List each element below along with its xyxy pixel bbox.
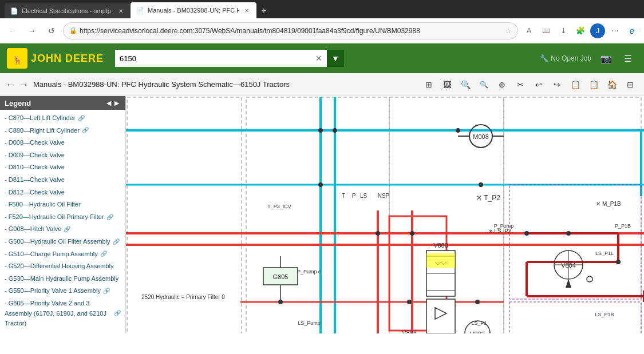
legend-item-C880[interactable]: - C880—Right Lift Cylinder 🔗 — [0, 125, 125, 137]
legend-item-G520-text: - G520—Differential Housing Assembly — [5, 261, 114, 272]
undo-icon[interactable]: ↩ — [531, 77, 547, 93]
svg-point-81 — [410, 231, 414, 236]
address-bar-row: ← → ↺ 🔒 ☆ A 📖 ⤓ 🧩 J ⋯ e — [0, 18, 644, 43]
legend-item-G810[interactable]: - G810—Selective Control Valve Assembly … — [0, 330, 125, 333]
zoom-in-icon[interactable]: 🔍 — [457, 77, 473, 93]
menu-lines-icon[interactable]: ☰ — [619, 49, 637, 67]
tab-1-close[interactable]: ✕ — [117, 7, 125, 15]
legend-list: - C870—Left Lift Cylinder 🔗 - C880—Right… — [0, 110, 125, 333]
home-icon[interactable]: 🏠 — [604, 77, 620, 93]
address-input[interactable] — [80, 27, 505, 35]
back-button[interactable]: ← — [5, 23, 21, 39]
jd-search-clear-button[interactable]: ✕ — [311, 50, 327, 67]
svg-point-86 — [616, 260, 621, 264]
menu-icon[interactable]: ⋯ — [607, 23, 622, 38]
image-icon[interactable]: 🖼 — [439, 77, 455, 93]
wrench-icon: 🔧 — [540, 54, 548, 62]
svg-rect-5 — [504, 97, 641, 333]
svg-point-84 — [524, 231, 529, 236]
translate-icon[interactable]: A — [521, 23, 536, 38]
legend-item-F520-text: - F520—Hydraulic Oil Primary Filter — [5, 212, 104, 222]
legend-item-C880-text: - C880—Right Lift Cylinder — [5, 126, 80, 136]
no-open-job-button[interactable]: 🔧 No Open Job — [540, 54, 591, 62]
jd-logo[interactable]: 🦌 JOHN DEERE — [7, 48, 104, 69]
fit-icon[interactable]: ⊕ — [494, 77, 510, 93]
edge-icon[interactable]: e — [625, 23, 639, 38]
main-content: Legend ◄► - C870—Left Lift Cylinder 🔗 - … — [0, 96, 644, 333]
legend-item-D810[interactable]: - D810—Check Valve — [0, 161, 125, 174]
legend-item-G520[interactable]: - G520—Differential Housing Assembly — [0, 260, 125, 273]
grid-view-icon[interactable]: ⊞ — [421, 77, 437, 93]
legend-item-D812-text: - D812—Check Valve — [5, 188, 65, 198]
read-icon[interactable]: 📖 — [539, 23, 554, 38]
svg-text:2520 Hydraulic = Primary Filte: 2520 Hydraulic = Primary Filter 0 — [141, 294, 225, 300]
legend-item-D009[interactable]: - D009—Check Valve — [0, 149, 125, 162]
copy-icon[interactable]: 📋 — [567, 77, 583, 93]
legend-title: Legend — [5, 99, 31, 108]
sub-nav-forward[interactable]: → — [19, 79, 29, 90]
legend-item-F500[interactable]: - F500—Hydraulic Oil Filter — [0, 198, 125, 211]
svg-point-89 — [475, 300, 480, 304]
link-icon-G805: 🔗 — [114, 309, 121, 318]
link-icon-C880: 🔗 — [82, 126, 89, 135]
legend-item-G008[interactable]: - G008—Hitch Valve 🔗 — [0, 223, 125, 236]
svg-rect-43 — [426, 253, 455, 268]
paste-icon[interactable]: 📋 — [586, 77, 602, 93]
link-icon-C870: 🔗 — [78, 114, 85, 123]
star-icon[interactable]: ☆ — [505, 26, 512, 35]
legend-item-D811-text: - D811—Check Valve — [5, 175, 65, 185]
svg-point-79 — [318, 182, 323, 187]
legend-item-G500[interactable]: - G500—Hydraulic Oil Filter Assembly 🔗 — [0, 236, 125, 248]
legend-item-G805-text: - G805—Priority Valve 2 and 3 Assembly (… — [5, 299, 112, 329]
zoom-out-icon[interactable]: 🔍 — [476, 77, 492, 93]
legend-item-G810-text: - G810—Selective Control Valve Assembly … — [5, 331, 112, 333]
svg-text:🦌: 🦌 — [13, 55, 23, 65]
legend-item-G530[interactable]: - G530—Main Hydraulic Pump Assembly — [0, 273, 125, 285]
legend-item-G510[interactable]: - G510—Charge Pump Assembly 🔗 — [0, 248, 125, 261]
new-tab-button[interactable]: + — [256, 3, 271, 18]
schematic-area[interactable]: M008 G805 V800 V801 — [126, 96, 644, 333]
crop-icon[interactable]: ✂ — [512, 77, 528, 93]
svg-rect-25 — [509, 302, 641, 333]
legend-item-D008-text: - D008—Check Valve — [5, 138, 65, 148]
redo-icon[interactable]: ↪ — [549, 77, 565, 93]
jd-search-bar: ✕ ▼ — [115, 50, 344, 67]
tab-bar: 📄 Electrical Specifications - ompfp... ✕… — [0, 0, 644, 18]
legend-item-G805[interactable]: - G805—Priority Valve 2 and 3 Assembly (… — [0, 297, 125, 330]
jd-deer-icon: 🦌 — [7, 48, 27, 69]
legend-item-C870-text: - C870—Left Lift Cylinder — [5, 113, 76, 124]
extensions-icon[interactable]: 🧩 — [573, 23, 588, 38]
camera-icon[interactable]: 📷 — [597, 49, 615, 67]
legend-item-F520[interactable]: - F520—Hydraulic Oil Primary Filter 🔗 — [0, 211, 125, 224]
address-bar[interactable]: 🔒 ☆ — [63, 22, 518, 39]
legend-item-G550[interactable]: - G550—Priority Valve 1 Assembly 🔗 — [0, 285, 125, 297]
svg-text:✕ LS_P2: ✕ LS_P2 — [488, 228, 512, 234]
jd-search-input[interactable] — [115, 50, 311, 67]
tab-1[interactable]: 📄 Electrical Specifications - ompfp... ✕ — [5, 3, 131, 18]
download-icon[interactable]: ⤓ — [556, 23, 571, 38]
tab-1-title: Electrical Specifications - ompfp... — [22, 7, 113, 14]
tab-1-favicon: 📄 — [10, 7, 18, 15]
legend-item-D009-text: - D009—Check Valve — [5, 150, 65, 161]
svg-text:V800: V800 — [433, 242, 448, 249]
svg-text:LS_P1B: LS_P1B — [595, 312, 614, 317]
jd-brand-name: JOHN DEERE — [31, 53, 104, 65]
svg-point-85 — [566, 231, 571, 236]
legend-item-D008[interactable]: - D008—Check Valve — [0, 137, 125, 149]
svg-point-88 — [407, 300, 412, 304]
legend-item-D812[interactable]: - D812—Check Valve — [0, 186, 125, 199]
link-icon-G550: 🔗 — [103, 287, 110, 296]
jd-search-dropdown-button[interactable]: ▼ — [327, 50, 344, 67]
tab-2[interactable]: 📄 Manuals - BM032988-UN: PFC H... ✕ — [131, 2, 256, 18]
legend-toggle-button[interactable]: ◄► — [105, 98, 121, 108]
profile-icon[interactable]: J — [590, 23, 605, 38]
legend-item-C870[interactable]: - C870—Left Lift Cylinder 🔗 — [0, 112, 125, 125]
reload-button[interactable]: ↺ — [44, 23, 60, 39]
tab-2-close[interactable]: ✕ — [243, 6, 251, 14]
schematic-svg: M008 G805 V800 V801 — [126, 96, 644, 333]
legend-item-D811[interactable]: - D811—Check Valve — [0, 174, 125, 186]
sub-nav-back[interactable]: ← — [6, 79, 15, 90]
tab-2-title: Manuals - BM032988-UN: PFC H... — [148, 7, 239, 14]
forward-button[interactable]: → — [24, 23, 40, 39]
split-icon[interactable]: ⊟ — [622, 77, 638, 93]
